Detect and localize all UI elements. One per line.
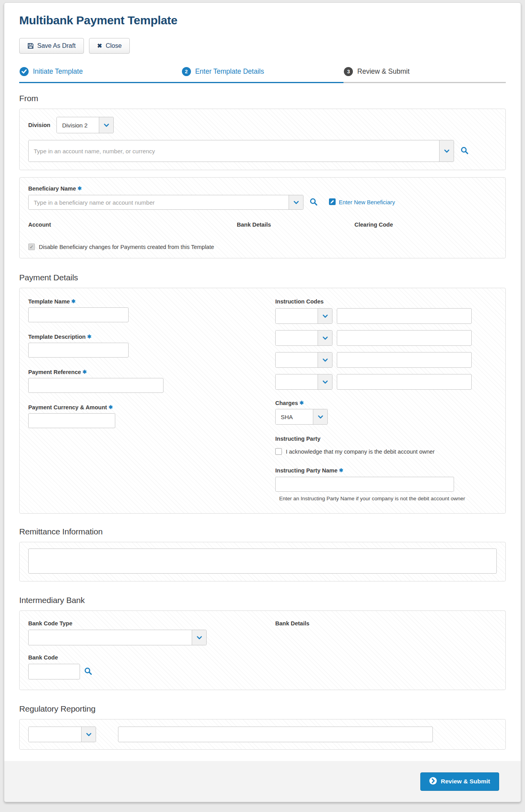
instruction-code-detail-input[interactable]	[337, 308, 472, 324]
search-icon	[460, 146, 469, 156]
instruction-code-detail-input[interactable]	[337, 352, 472, 368]
instructing-party-label: Instructing Party	[275, 436, 497, 442]
instruction-code-select[interactable]	[275, 352, 332, 368]
remittance-panel	[19, 542, 506, 581]
column-header-account: Account	[28, 222, 237, 228]
step-enter-template-details[interactable]: 2 Enter Template Details	[182, 67, 344, 83]
account-search-input[interactable]	[29, 140, 439, 162]
payment-details-heading: Payment Details	[19, 273, 506, 282]
from-panel: Division Division 2	[19, 109, 506, 170]
page-title: Multibank Payment Template	[19, 14, 506, 27]
beneficiary-search-input[interactable]	[29, 195, 289, 209]
bank-code-type-select[interactable]	[28, 630, 207, 645]
payment-reference-input[interactable]	[28, 378, 163, 393]
chevron-down-icon[interactable]	[289, 195, 303, 209]
intermediary-bank-details-label: Bank Details	[275, 620, 309, 627]
instruction-code-row	[275, 374, 497, 390]
search-icon	[309, 198, 318, 207]
chevron-down-icon[interactable]	[318, 352, 332, 367]
remittance-information-textarea[interactable]	[28, 549, 497, 574]
required-asterisk: ✱	[87, 334, 91, 340]
bank-code-label: Bank Code	[28, 654, 58, 661]
template-description-input[interactable]	[28, 343, 129, 358]
step-complete-check-icon	[20, 67, 29, 76]
intermediary-bank-panel: Bank Code Type Bank Code	[19, 610, 506, 690]
instruction-code-selected-value	[276, 309, 318, 323]
charges-label: Charges✱	[275, 400, 304, 406]
review-submit-label: Review & Submit	[441, 778, 490, 785]
close-label: Close	[105, 42, 122, 49]
footer-action-bar: Review & Submit	[4, 761, 521, 802]
step-2-badge: 2	[182, 67, 191, 76]
step-label: Review & Submit	[357, 67, 409, 76]
instruction-code-select[interactable]	[275, 374, 332, 390]
disable-beneficiary-checkbox-label: Disable Beneficiary changes for Payments…	[39, 244, 214, 250]
intermediary-left-column: Bank Code Type Bank Code	[28, 620, 275, 679]
step-initiate-template[interactable]: Initiate Template	[19, 67, 182, 83]
required-asterisk: ✱	[109, 404, 113, 410]
account-search-combo	[28, 140, 454, 162]
required-asterisk: ✱	[83, 369, 87, 375]
acknowledge-debit-owner-label: I acknowledge that my company is the deb…	[286, 449, 435, 455]
division-label: Division	[28, 122, 50, 128]
regulatory-reporting-heading: Regulatory Reporting	[19, 704, 506, 714]
payment-details-right-column: Instruction Codes	[275, 298, 497, 501]
required-asterisk: ✱	[71, 298, 76, 304]
instruction-code-row	[275, 352, 497, 368]
edit-pencil-icon	[329, 198, 336, 206]
template-name-input[interactable]	[28, 307, 129, 322]
account-search-button[interactable]	[460, 146, 469, 156]
instruction-code-detail-input[interactable]	[337, 374, 472, 390]
regulatory-code-selected-value	[29, 727, 81, 742]
chevron-down-icon[interactable]	[318, 331, 332, 345]
bank-code-search-button[interactable]	[84, 667, 92, 676]
enter-new-beneficiary-link[interactable]: Enter New Beneficiary	[329, 198, 395, 206]
step-3-badge: 3	[344, 67, 353, 76]
required-asterisk: ✱	[339, 467, 343, 473]
chevron-down-icon[interactable]	[99, 117, 113, 133]
page-card: Multibank Payment Template Save As Draft…	[4, 2, 521, 802]
required-asterisk: ✱	[78, 185, 82, 191]
template-name-label: Template Name✱	[28, 298, 76, 305]
instruction-code-detail-input[interactable]	[337, 330, 472, 346]
chevron-down-icon[interactable]	[318, 309, 332, 323]
instructing-party-hint: Enter an Instructing Party Name if your …	[275, 496, 497, 501]
wizard-steps: Initiate Template 2 Enter Template Detai…	[19, 67, 506, 83]
beneficiary-name-label: Beneficiary Name✱	[28, 185, 82, 192]
close-button[interactable]: ✖ Close	[89, 38, 130, 54]
chevron-down-icon[interactable]	[439, 140, 454, 162]
instructing-party-name-input[interactable]	[275, 477, 454, 492]
instruction-code-select[interactable]	[275, 330, 332, 346]
review-submit-button[interactable]: Review & Submit	[420, 772, 499, 791]
chevron-down-icon[interactable]	[192, 630, 206, 645]
division-selected-value: Division 2	[57, 117, 99, 133]
payment-currency-amount-input[interactable]	[28, 413, 115, 428]
acknowledge-debit-owner-checkbox[interactable]	[275, 448, 282, 455]
intermediary-right-column: Bank Details	[275, 620, 497, 679]
step-review-submit[interactable]: 3 Review & Submit	[343, 67, 506, 83]
division-select[interactable]: Division 2	[56, 117, 114, 133]
charges-select[interactable]: SHA	[275, 409, 328, 425]
save-as-draft-label: Save As Draft	[37, 42, 76, 49]
from-section-heading: From	[19, 94, 506, 103]
bank-code-input[interactable]	[28, 664, 80, 679]
beneficiary-empty-row	[28, 228, 497, 243]
instructing-party-name-label: Instructing Party Name✱	[275, 467, 343, 474]
step-label: Initiate Template	[33, 67, 83, 76]
beneficiary-search-button[interactable]	[309, 198, 318, 207]
arrow-right-circle-icon	[429, 777, 437, 786]
chevron-down-icon[interactable]	[318, 374, 332, 389]
save-as-draft-button[interactable]: Save As Draft	[19, 38, 84, 54]
payment-details-panel: Template Name✱ Template Description✱ Pay…	[19, 288, 506, 514]
chevron-down-icon[interactable]	[313, 409, 327, 424]
remittance-heading: Remittance Information	[19, 527, 506, 536]
instruction-code-select[interactable]	[275, 308, 332, 324]
charges-selected-value: SHA	[276, 409, 313, 424]
instruction-code-selected-value	[276, 352, 318, 367]
regulatory-details-input[interactable]	[118, 727, 433, 742]
chevron-down-icon[interactable]	[81, 727, 96, 742]
instruction-code-selected-value	[276, 374, 318, 389]
regulatory-code-select[interactable]	[28, 727, 96, 742]
beneficiary-panel: Beneficiary Name✱ Ente	[19, 177, 506, 258]
beneficiary-search-combo	[28, 195, 303, 210]
